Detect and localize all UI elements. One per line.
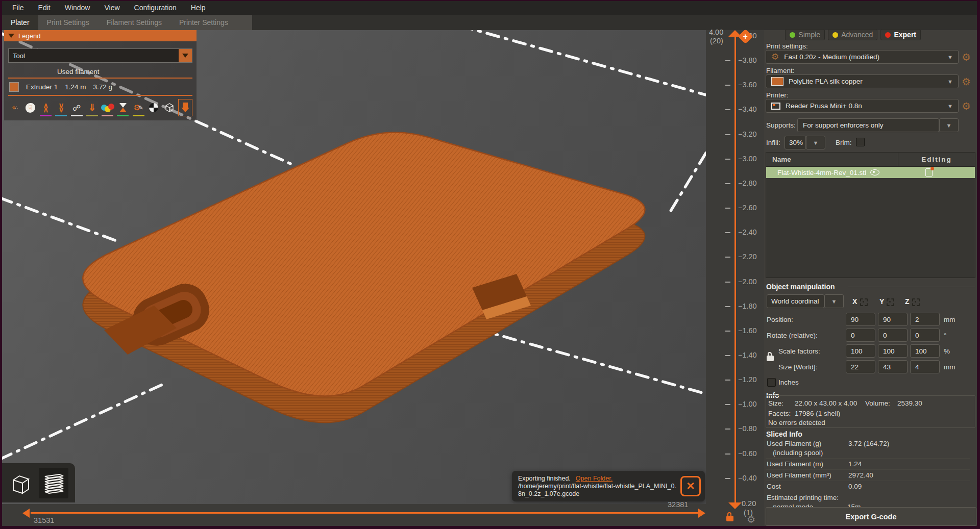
travels-icon[interactable]: ⌖∴ xyxy=(8,99,21,116)
shells-icon[interactable] xyxy=(163,99,176,116)
menu-window[interactable]: Window xyxy=(58,1,97,15)
layer-slider-bottom-handle[interactable] xyxy=(728,502,742,509)
mode-expert-button[interactable]: Expert xyxy=(880,29,921,40)
extruder-color-swatch xyxy=(9,82,19,92)
layer-slider-gutter: 4.00 (20) −4.00−3.80−3.60−3.40−3.20−3.00… xyxy=(706,30,764,526)
object-row-selected[interactable]: Flat-Whistle-4mm-Rev_01.stl xyxy=(766,167,975,178)
printer-select[interactable]: Reeder Prusa Mini+ 0.8n ▼ xyxy=(766,99,959,113)
object-list-header: Name Editing xyxy=(766,153,975,167)
sliced-label: Cost xyxy=(767,483,848,490)
axis-y-icon[interactable] xyxy=(887,298,894,306)
mode-simple-button[interactable]: Simple xyxy=(785,29,825,40)
facets-value: 17986 (1 shell) xyxy=(795,410,840,417)
scale-y-field[interactable] xyxy=(878,344,908,358)
layer-tick: −2.20 xyxy=(706,253,764,262)
axis-x-icon[interactable] xyxy=(860,298,868,306)
export-gcode-button[interactable]: Export G-code xyxy=(766,507,976,526)
size-y-field[interactable] xyxy=(878,360,908,373)
view-type-select[interactable]: Tool xyxy=(8,48,192,63)
menu-edit[interactable]: Edit xyxy=(31,1,58,15)
gear-icon[interactable]: ⚙ xyxy=(747,514,755,525)
model-flat-whistle[interactable] xyxy=(83,132,645,422)
unlock-icon[interactable] xyxy=(726,516,733,521)
used-filament-header: Used filament xyxy=(57,68,192,75)
eye-icon[interactable] xyxy=(870,169,879,175)
color-changes-icon[interactable] xyxy=(101,99,114,116)
editing-icon[interactable] xyxy=(925,168,933,177)
infill-select[interactable]: 30% xyxy=(785,136,806,149)
legend-header[interactable]: Legend xyxy=(4,30,197,41)
custom-gcode-icon[interactable]: ⚙✎ xyxy=(132,99,145,116)
menu-view[interactable]: View xyxy=(97,1,127,15)
position-y-field[interactable] xyxy=(878,313,908,326)
print-settings-gear-icon[interactable]: ⚙ xyxy=(962,51,971,63)
supports-select[interactable]: For support enforcers only xyxy=(797,118,939,132)
supports-dropdown-button[interactable]: ▼ xyxy=(939,118,959,132)
layers-preview-button[interactable] xyxy=(39,468,68,498)
move-slider-rail[interactable] xyxy=(31,512,700,514)
legend-icon-toolbar: ⌖∴☟∧∧∨∨☍⇓⚙✎ xyxy=(8,99,192,116)
scale-z-field[interactable] xyxy=(910,344,940,358)
scale-x-field[interactable] xyxy=(846,344,875,358)
3d-editor-view-button[interactable] xyxy=(6,468,36,498)
sliced-value: 2972.40 xyxy=(848,471,873,479)
move-slider-right-handle[interactable] xyxy=(698,509,705,518)
tab-printer-settings[interactable]: Printer Settings xyxy=(170,15,237,30)
position-unit: mm xyxy=(944,316,955,323)
filament-gear-icon[interactable]: ⚙ xyxy=(962,75,971,88)
layer-tick: −2.40 xyxy=(706,228,764,237)
3d-viewport[interactable]: Legend Tool Used filament Extruder 1 1.2… xyxy=(2,30,706,504)
object-name: Flat-Whistle-4mm-Rev_01.stl xyxy=(777,169,869,177)
close-icon[interactable]: ✕ xyxy=(680,476,701,496)
retractions-icon[interactable]: ∧∧ xyxy=(39,99,53,116)
size-info-value: 22.00 x 43.00 x 4.00 xyxy=(795,399,857,407)
tool-changes-icon[interactable]: ⇓ xyxy=(85,99,99,116)
move-min-label: 31531 xyxy=(34,516,54,524)
pause-prints-icon[interactable] xyxy=(116,99,130,116)
coordinate-system-select[interactable]: World coordinal xyxy=(767,294,824,308)
seams-icon[interactable]: ☍ xyxy=(70,99,83,116)
coordinate-dropdown-button[interactable]: ▼ xyxy=(824,294,844,308)
filament-select[interactable]: PolyLite PLA silk copper ▼ xyxy=(766,74,959,88)
open-folder-link[interactable]: Open Folder. xyxy=(576,475,612,482)
tab-filament-settings[interactable]: Filament Settings xyxy=(98,15,170,30)
infill-dropdown-button[interactable]: ▼ xyxy=(806,136,825,149)
deretractions-icon[interactable]: ∨∨ xyxy=(55,99,68,116)
tab-plater[interactable]: Plater xyxy=(2,15,38,30)
rotate-x-field[interactable] xyxy=(846,329,875,342)
position-z-field[interactable] xyxy=(910,313,940,326)
facets-label: Facets: xyxy=(768,410,791,417)
layer-tick: −1.40 xyxy=(706,351,764,360)
chevron-down-icon: ▼ xyxy=(947,54,953,60)
size-z-field[interactable] xyxy=(910,360,940,373)
rotate-y-field[interactable] xyxy=(878,329,908,342)
sidebar-panel: Simple Advanced Expert Print settings: ⚙… xyxy=(764,30,977,526)
mode-advanced-button[interactable]: Advanced xyxy=(828,29,877,40)
position-x-field[interactable] xyxy=(846,313,875,326)
menu-file[interactable]: File xyxy=(5,1,31,15)
view-type-value: Tool xyxy=(9,52,179,60)
tab-print-settings[interactable]: Print Settings xyxy=(38,15,98,30)
legend-panel: Legend Tool Used filament Extruder 1 1.2… xyxy=(4,30,197,120)
center-of-gravity-icon[interactable] xyxy=(147,99,160,116)
dropdown-button[interactable] xyxy=(179,49,192,62)
printer-gear-icon[interactable]: ⚙ xyxy=(962,100,971,112)
rotate-z-field[interactable] xyxy=(910,329,940,342)
move-slider-left-handle[interactable] xyxy=(22,509,30,518)
app-window: File Edit Window View Configuration Help… xyxy=(0,0,980,529)
axis-y-header: Y xyxy=(879,297,884,306)
brim-checkbox[interactable] xyxy=(856,138,865,146)
axis-z-icon[interactable] xyxy=(912,298,920,306)
inches-checkbox[interactable] xyxy=(767,378,776,387)
menu-configuration[interactable]: Configuration xyxy=(127,1,184,15)
sliced-label: Used Filament (g) xyxy=(767,440,848,447)
brim-label: Brim: xyxy=(836,139,852,146)
lock-icon[interactable] xyxy=(767,356,774,361)
tab-strip: Plater Print Settings Filament Settings … xyxy=(2,15,252,30)
move-slider-gutter: 31531 32381 xyxy=(2,504,706,526)
tool-marker-icon[interactable] xyxy=(178,99,192,116)
print-settings-select[interactable]: ⚙ Fast 0.20z - Medium (modified) ▼ xyxy=(766,50,959,64)
wipe-icon[interactable]: ☟ xyxy=(23,99,37,116)
size-x-field[interactable] xyxy=(846,360,875,373)
menu-help[interactable]: Help xyxy=(184,1,213,15)
